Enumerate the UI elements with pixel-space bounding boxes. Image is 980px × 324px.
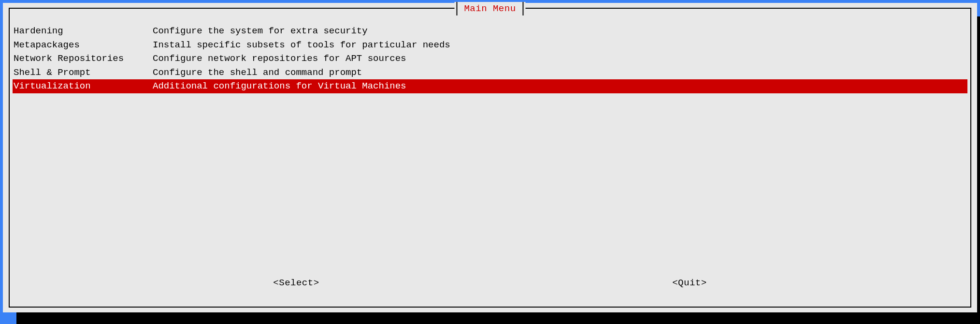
menu-item-desc: Configure the shell and command prompt bbox=[153, 66, 967, 79]
menu-item-label: Hardening bbox=[13, 25, 153, 38]
button-row: <Select> <Quit> bbox=[10, 278, 970, 288]
menu-item-desc: Configure the system for extra security bbox=[153, 25, 967, 38]
quit-button[interactable]: <Quit> bbox=[672, 278, 706, 288]
dialog-title: Main Menu bbox=[457, 3, 522, 14]
dialog-title-bar: Main Menu bbox=[454, 2, 525, 15]
menu-item-label: Metapackages bbox=[13, 39, 153, 52]
title-border-right bbox=[523, 2, 524, 15]
app-root: Main Menu Hardening Configure the system… bbox=[3, 3, 977, 321]
menu-item-desc: Install specific subsets of tools for pa… bbox=[153, 39, 967, 52]
menu-item-network-repositories[interactable]: Network Repositories Configure network r… bbox=[13, 52, 967, 66]
menu-item-metapackages[interactable]: Metapackages Install specific subsets of… bbox=[13, 38, 967, 52]
menu-list: Hardening Configure the system for extra… bbox=[10, 19, 970, 93]
select-button[interactable]: <Select> bbox=[273, 278, 319, 288]
menu-item-label: Network Repositories bbox=[13, 52, 153, 65]
menu-item-hardening[interactable]: Hardening Configure the system for extra… bbox=[13, 24, 967, 38]
menu-item-label: Virtualization bbox=[13, 80, 153, 93]
menu-item-virtualization[interactable]: Virtualization Additional configurations… bbox=[13, 79, 967, 93]
menu-item-desc: Additional configurations for Virtual Ma… bbox=[153, 80, 967, 93]
menu-item-shell-prompt[interactable]: Shell & Prompt Configure the shell and c… bbox=[13, 66, 967, 80]
dialog-border: Main Menu Hardening Configure the system… bbox=[9, 8, 971, 308]
menu-item-desc: Configure network repositories for APT s… bbox=[153, 52, 967, 65]
menu-item-label: Shell & Prompt bbox=[13, 66, 153, 79]
dialog-window: Main Menu Hardening Configure the system… bbox=[3, 3, 977, 312]
